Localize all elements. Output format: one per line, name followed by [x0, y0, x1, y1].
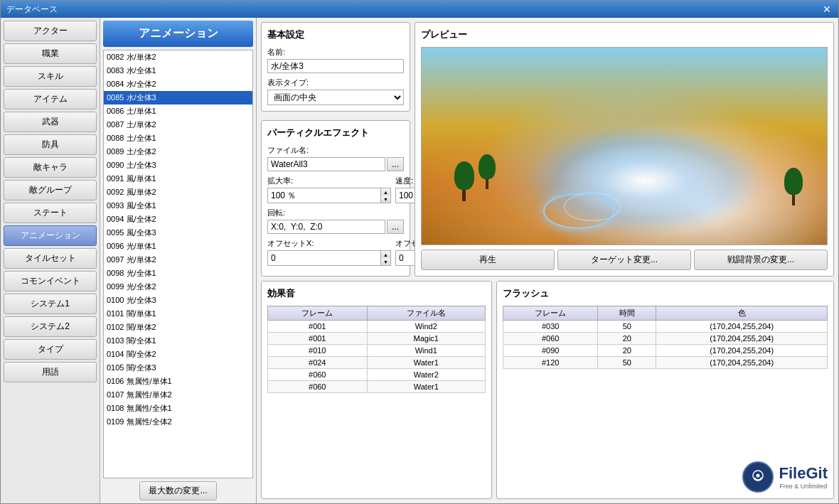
list-item[interactable]: 0083 水/全体1 [104, 64, 252, 77]
sidebar-btn-enemy-group[interactable]: 敵グループ [4, 180, 97, 200]
table-row[interactable]: #12050(170,204,255,204) [503, 357, 828, 369]
top-row: 基本設定 名前: 表示タイプ: 画面の中央 パーティクルエフェクト [261, 22, 834, 277]
list-item[interactable]: 0084 水/全体2 [104, 77, 252, 91]
flash-color: (170,204,255,204) [656, 357, 828, 369]
play-button[interactable]: 再生 [421, 250, 555, 270]
file-ellipsis-button[interactable]: ... [387, 157, 404, 171]
table-row[interactable]: #03050(170,204,255,204) [503, 321, 828, 333]
sidebar-btn-job[interactable]: 職業 [4, 43, 97, 64]
right-panel: 基本設定 名前: 表示タイプ: 画面の中央 パーティクルエフェクト [257, 18, 838, 503]
list-panel: アニメーション 0082 水/単体20083 水/全体10084 水/全体200… [100, 18, 257, 503]
flash-frame: #030 [503, 321, 598, 333]
table-row[interactable]: #06020(170,204,255,204) [503, 333, 828, 345]
sidebar-btn-animation[interactable]: アニメーション [4, 225, 97, 246]
list-item[interactable]: 0091 風/単体1 [104, 172, 252, 186]
basic-settings-panel: 基本設定 名前: 表示タイプ: 画面の中央 [261, 22, 410, 112]
flash-time: 20 [598, 345, 656, 357]
flash-time: 50 [598, 357, 656, 369]
sidebar-btn-weapon[interactable]: 武器 [4, 112, 97, 132]
list-item[interactable]: 0106 無属性/単体1 [104, 375, 252, 388]
flash-title: フラッシュ [503, 287, 828, 300]
display-type-label: 表示タイプ: [267, 77, 404, 88]
flash-color: (170,204,255,204) [656, 345, 828, 357]
offset-x-col: オフセットX: ▲ ▼ [267, 238, 391, 266]
list-item[interactable]: 0087 土/単体2 [104, 118, 252, 132]
sidebar-btn-item[interactable]: アイテム [4, 89, 97, 109]
table-row[interactable]: #001Wind2 [268, 321, 486, 333]
sound-frame: #001 [268, 333, 368, 345]
magic-circle-2 [564, 193, 621, 221]
table-row[interactable]: #09020(170,204,255,204) [503, 345, 828, 357]
scale-down-btn[interactable]: ▼ [380, 195, 390, 203]
list-item[interactable]: 0099 光/全体2 [104, 280, 252, 294]
list-item[interactable]: 0103 闇/全体1 [104, 334, 252, 348]
list-item[interactable]: 0090 土/全体3 [104, 159, 252, 172]
sidebar-btn-type[interactable]: タイプ [4, 339, 97, 360]
scale-input[interactable] [268, 189, 380, 202]
offset-x-down-btn[interactable]: ▼ [380, 258, 390, 265]
list-item[interactable]: 0107 無属性/単体2 [104, 388, 252, 402]
sidebar-btn-armor[interactable]: 防具 [4, 134, 97, 155]
sidebar-btn-system2[interactable]: システム2 [4, 316, 97, 337]
sidebar-btn-actor[interactable]: アクター [4, 21, 97, 41]
list-item[interactable]: 0105 闇/全体3 [104, 361, 252, 375]
offset-x-up-btn[interactable]: ▲ [380, 251, 390, 258]
name-input[interactable] [267, 59, 404, 73]
list-item[interactable]: 0096 光/単体1 [104, 240, 252, 253]
list-item[interactable]: 0086 土/単体1 [104, 104, 252, 118]
list-item[interactable]: 0092 風/単体2 [104, 186, 252, 199]
close-button[interactable]: ✕ [821, 4, 833, 14]
max-change-button[interactable]: 最大数の変更... [139, 481, 216, 500]
background-change-button[interactable]: 戦闘背景の変更... [694, 250, 828, 270]
list-item[interactable]: 0098 光/全体1 [104, 267, 252, 280]
rotation-input[interactable] [267, 220, 385, 234]
list-item[interactable]: 0089 土/全体2 [104, 145, 252, 159]
list-item[interactable]: 0095 風/全体3 [104, 226, 252, 240]
rotation-ellipsis-button[interactable]: ... [387, 220, 404, 234]
list-item[interactable]: 0104 闇/全体2 [104, 348, 252, 361]
sidebar-btn-system1[interactable]: システム1 [4, 294, 97, 314]
filegit-text-block: FileGit Free & Unlimited [779, 464, 828, 490]
list-item[interactable]: 0088 土/全体1 [104, 132, 252, 145]
sidebar-btn-enemy[interactable]: 敵キャラ [4, 157, 97, 178]
sidebar-btn-term[interactable]: 用語 [4, 362, 97, 382]
list-item[interactable]: 0097 光/単体2 [104, 253, 252, 267]
animation-list[interactable]: 0082 水/単体20083 水/全体10084 水/全体20085 水/全体3… [103, 50, 253, 478]
sidebar-btn-tileset[interactable]: タイルセット [4, 248, 97, 269]
table-row[interactable]: #060Water1 [268, 381, 486, 393]
list-item[interactable]: 0109 無属性/全体2 [104, 415, 252, 429]
list-item[interactable]: 0085 水/全体3 [104, 91, 252, 104]
file-row: ... [267, 157, 404, 171]
scale-up-btn[interactable]: ▲ [380, 188, 390, 195]
particle-panel: パーティクルエフェクト ファイル名: ... 拡大率: [261, 120, 410, 277]
sidebar-btn-skill[interactable]: スキル [4, 66, 97, 87]
list-item[interactable]: 0101 闇/単体1 [104, 307, 252, 321]
target-change-button[interactable]: ターゲット変更... [557, 250, 691, 270]
flash-panel: フラッシュ フレーム 時間 色 #03050(170,204,255,204)#… [496, 281, 834, 499]
sound-frame: #001 [268, 321, 368, 333]
display-type-select[interactable]: 画面の中央 [267, 90, 404, 105]
file-input[interactable] [267, 157, 385, 171]
offset-x-input[interactable] [268, 252, 380, 264]
list-item[interactable]: 0094 風/全体2 [104, 213, 252, 226]
preview-image [421, 47, 828, 245]
preview-panel: プレビュー [415, 22, 834, 277]
flash-frame: #060 [503, 333, 598, 345]
list-item[interactable]: 0102 闇/単体2 [104, 321, 252, 334]
table-row[interactable]: #001Magic1 [268, 333, 486, 345]
table-row[interactable]: #010Wind1 [268, 345, 486, 357]
table-row[interactable]: #024Water1 [268, 357, 486, 369]
flash-color: (170,204,255,204) [656, 333, 828, 345]
flash-col-color: 色 [656, 306, 828, 321]
particle-title: パーティクルエフェクト [267, 127, 404, 139]
sound-file: Magic1 [367, 333, 485, 345]
sound-frame: #060 [268, 381, 368, 393]
table-row[interactable]: #060Water2 [268, 369, 486, 381]
sidebar-btn-state[interactable]: ステート [4, 203, 97, 223]
list-item[interactable]: 0108 無属性/全体1 [104, 402, 252, 415]
sidebar-btn-common-event[interactable]: コモンイベント [4, 271, 97, 291]
list-item[interactable]: 0093 風/全体1 [104, 199, 252, 213]
sound-frame: #024 [268, 357, 368, 369]
list-item[interactable]: 0082 水/単体2 [104, 50, 252, 64]
list-item[interactable]: 0100 光/全体3 [104, 294, 252, 307]
